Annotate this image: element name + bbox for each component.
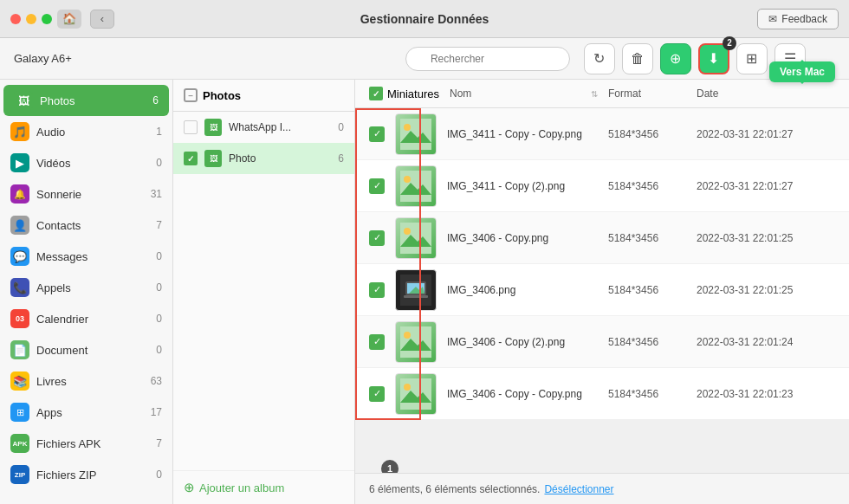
col-header-date: Date (697, 87, 835, 100)
row-format-6: 5184*3456 (608, 388, 686, 400)
row-thumbnail-1 (395, 113, 437, 155)
row-format-5: 5184*3456 (608, 336, 686, 348)
sidebar-item-sonnerie[interactable]: 🔔 Sonnerie 31 (0, 178, 172, 210)
envelope-icon: ✉ (768, 13, 777, 25)
row-checkbox-1[interactable]: ✓ (369, 126, 385, 142)
trash-button[interactable]: 🗑 (622, 43, 653, 74)
messages-icon: 💬 (10, 247, 29, 266)
mid-item-whatsapp[interactable]: 🖼 WhatsApp I... 0 (173, 112, 354, 143)
row-name-3: IMG_3406 - Copy.png (447, 232, 598, 244)
toolbar: Galaxy A6+ 🔍 ↻ 🗑 ⊕ ⬇ 2 ⊞ ☰ Vers Mac (0, 38, 849, 80)
whatsapp-checkbox[interactable] (184, 120, 198, 134)
add-button[interactable]: ⊕ (660, 43, 691, 74)
add-album-button[interactable]: ⊕ Ajouter un album (173, 470, 354, 504)
whatsapp-folder-icon: 🖼 (204, 119, 222, 136)
mid-panel-header: – Photos (173, 80, 354, 112)
sidebar-item-photos[interactable]: 🖼 Photos 6 (3, 85, 169, 116)
livres-icon: 📚 (10, 372, 29, 391)
sidebar-count-livres: 63 (151, 375, 162, 387)
sidebar-item-messages[interactable]: 💬 Messages 0 (0, 241, 172, 272)
svg-rect-12 (404, 295, 428, 298)
table-row: ✓ IMG_3406 - Copy - Copy.png 5184*3456 2… (355, 368, 849, 420)
sidebar-item-zip[interactable]: ZIP Fichiers ZIP 0 (0, 459, 172, 490)
svg-point-2 (404, 124, 411, 131)
mid-item-count-photo: 6 (338, 152, 344, 165)
svg-rect-3 (400, 171, 431, 202)
row-date-3: 2022-03-31 22:01:25 (697, 232, 835, 244)
photos-icon: 🖼 (14, 91, 33, 110)
photo-checkbox[interactable]: ✓ (184, 152, 198, 165)
close-button[interactable] (10, 14, 21, 24)
sidebar-count-audio: 1 (156, 126, 162, 138)
sidebar-label-zip: Fichiers ZIP (36, 468, 149, 481)
feedback-button[interactable]: ✉ Feedback (757, 9, 839, 29)
table-row: ✓ IMG_3406.png 5184*3456 2022-03-31 22:0… (355, 264, 849, 316)
sidebar-label-sonnerie: Sonnerie (36, 188, 144, 201)
table-row: ✓ IMG_3406 - Copy.png 5184*3456 2022-03-… (355, 212, 849, 264)
row-name-1: IMG_3411 - Copy - Copy.png (447, 128, 598, 140)
sidebar: 🖼 Photos 6 🎵 Audio 1 ▶ Vidéos 0 🔔 Sonner… (0, 80, 173, 504)
row-checkbox-2[interactable]: ✓ (369, 178, 385, 194)
videos-icon: ▶ (10, 153, 29, 172)
miniatures-checkbox[interactable]: ✓ (369, 87, 383, 100)
deselect-all-checkbox[interactable]: – (184, 88, 198, 102)
svg-rect-14 (400, 326, 431, 358)
sidebar-item-apk[interactable]: APK Fichiers APK 7 (0, 428, 172, 459)
status-text: 6 éléments, 6 éléments sélectionnés. (369, 483, 540, 495)
sonnerie-icon: 🔔 (10, 184, 29, 204)
vers-mac-tooltip: Vers Mac (769, 61, 835, 82)
search-wrap: 🔍 (405, 47, 570, 71)
content-area: ✓ Miniatures Nom ⇅ Format Date 1 ✓ (355, 80, 849, 504)
deselect-link[interactable]: Désélectionner (544, 483, 613, 495)
row-checkbox-5[interactable]: ✓ (369, 334, 385, 350)
sidebar-item-calendrier[interactable]: 03 Calendrier 0 (0, 303, 172, 334)
home-button[interactable]: 🏠 (57, 10, 81, 29)
row-name-2: IMG_3411 - Copy (2).png (447, 180, 598, 192)
content-header: ✓ Miniatures Nom ⇅ Format Date (355, 80, 849, 108)
sidebar-item-contacts[interactable]: 👤 Contacts 7 (0, 210, 172, 241)
svg-rect-17 (400, 378, 431, 410)
sidebar-item-appels[interactable]: 📞 Appels 0 (0, 272, 172, 303)
back-button[interactable]: ‹ (90, 10, 114, 29)
row-checkbox-4[interactable]: ✓ (369, 282, 385, 298)
grid-view-button[interactable]: ⊞ (736, 43, 768, 74)
row-date-6: 2022-03-31 22:01:23 (697, 388, 835, 400)
row-checkbox-6[interactable]: ✓ (369, 386, 385, 402)
row-date-4: 2022-03-31 22:01:25 (697, 284, 835, 296)
sort-icon[interactable]: ⇅ (591, 89, 598, 99)
mid-item-photo[interactable]: ✓ 🖼 Photo 6 (173, 143, 354, 174)
table-row: ✓ IMG_3406 - Copy (2).png 5184*3456 2022… (355, 316, 849, 368)
calendrier-icon: 03 (10, 309, 29, 328)
row-checkbox-3[interactable]: ✓ (369, 230, 385, 246)
mid-panel-title: Photos (203, 89, 241, 102)
minimize-button[interactable] (26, 14, 36, 24)
titlebar: 🏠 ‹ Gestionnaire Données ✉ Feedback (0, 0, 849, 38)
sidebar-item-videos[interactable]: ▶ Vidéos 0 (0, 147, 172, 178)
sidebar-item-document[interactable]: 📄 Document 0 (0, 334, 172, 365)
row-thumbnail-5 (395, 321, 437, 363)
search-input[interactable] (405, 47, 570, 71)
row-format-1: 5184*3456 (608, 128, 686, 140)
sidebar-count-sonnerie: 31 (151, 188, 162, 200)
main-content: 🖼 Photos 6 🎵 Audio 1 ▶ Vidéos 0 🔔 Sonner… (0, 80, 849, 504)
sidebar-item-audio[interactable]: 🎵 Audio 1 (0, 116, 172, 147)
row-date-2: 2022-03-31 22:01:27 (697, 180, 835, 192)
table-body: 1 ✓ IMG_3411 - Copy - Copy.png 5184*3456… (355, 108, 849, 473)
sidebar-item-livres[interactable]: 📚 Livres 63 (0, 365, 172, 397)
traffic-lights (10, 14, 52, 24)
sidebar-label-videos: Vidéos (36, 157, 149, 170)
fullscreen-button[interactable] (42, 14, 52, 24)
device-label: Galaxy A6+ (14, 52, 118, 65)
svg-point-8 (404, 228, 411, 235)
zip-icon: ZIP (10, 465, 29, 484)
sidebar-label-photos: Photos (40, 94, 146, 107)
photo-folder-icon: 🖼 (204, 150, 222, 167)
audio-icon: 🎵 (10, 122, 29, 141)
refresh-button[interactable]: ↻ (584, 43, 615, 74)
svg-point-19 (404, 384, 411, 391)
svg-rect-0 (400, 119, 431, 150)
col-header-nom: Nom (450, 87, 591, 100)
apps-icon: ⊞ (10, 403, 29, 422)
sidebar-item-apps[interactable]: ⊞ Apps 17 (0, 397, 172, 428)
sidebar-label-apk: Fichiers APK (36, 437, 149, 450)
